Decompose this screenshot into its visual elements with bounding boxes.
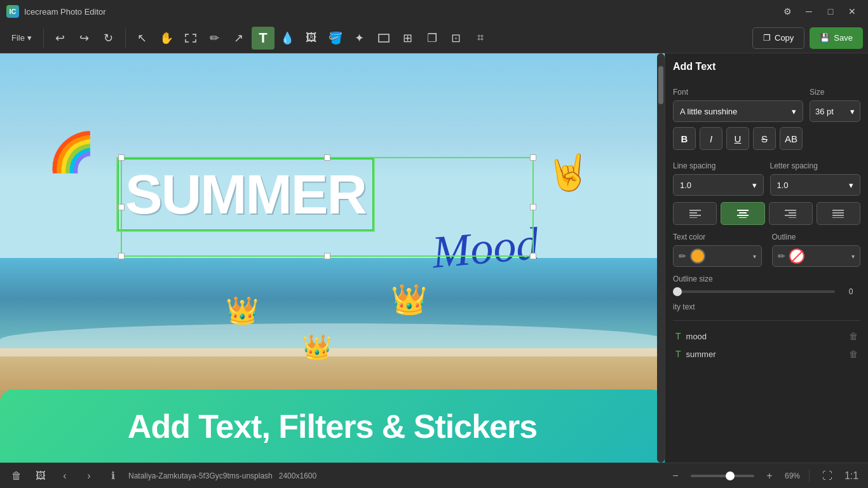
minimize-button[interactable]: ─ [799,4,818,19]
outline-label: Outline [772,233,861,241]
canvas-area[interactable]: 🌈 🤘 👑 👑 👑 SUMMER Mood [0,53,665,463]
rainbow-sticker: 🌈 [48,130,95,175]
grid-tool-button[interactable]: ⊞ [397,27,419,50]
rect-select-button[interactable] [179,27,202,50]
copy-frame-button[interactable]: ❐ [421,27,444,50]
size-label: Size [810,88,860,97]
copy-button[interactable]: ❐ Copy [752,27,804,49]
underline-button[interactable]: U [726,127,749,150]
magic-tool-button[interactable]: ✦ [348,27,371,50]
undo-button[interactable]: ↩ [49,27,72,50]
scrollbar[interactable] [657,53,665,463]
dropper-tool-button[interactable]: 💧 [276,27,299,50]
info-button[interactable]: ℹ [104,467,122,485]
image-list-button[interactable]: 🖼 [32,467,50,485]
toolbar: File ▾ ↩ ↪ ↻ ↖ ✋ ✏ ↗ T 💧 🖼 🪣 ✦ ⊞ ❐ ⊡ ⌗ ❐… [0,23,868,53]
outline-size-section: Outline size 0 [673,274,860,296]
scrollbar-thumb[interactable] [658,66,663,104]
select-tool-button[interactable]: ↖ [131,27,154,50]
text-item-mood[interactable]: T mood 🗑 [673,327,860,345]
delete-image-button[interactable]: 🗑 [8,467,25,485]
svg-rect-7 [739,217,747,218]
app-icon-text: IC [10,8,17,15]
font-arrow: ▾ [792,107,796,116]
grid-icon: ⊞ [403,31,412,45]
delete-summer-button[interactable]: 🗑 [849,349,858,359]
frame-icon [378,34,390,43]
image-icon: 🖼 [306,31,317,44]
bottom-banner: Add Text, Filters & Stickers [0,390,665,463]
zoom-thumb[interactable] [726,471,735,480]
line-spacing-col: Line spacing 1.0 ▾ [673,155,764,196]
right-panel: Add Text Font A little sunshine ▾ Size 3… [665,53,868,463]
titlebar: IC Icecream Photo Editor ⚙ ─ □ ✕ [0,0,868,23]
caps-button[interactable]: AB [780,127,803,150]
svg-rect-2 [689,215,701,216]
mood-text[interactable]: Mood [430,217,541,279]
crown-sticker-2: 👑 [391,282,427,316]
refresh-button[interactable]: ↻ [97,27,120,50]
settings-button[interactable]: ⚙ [778,4,797,19]
undo-icon: ↩ [55,31,65,45]
zoom-out-button[interactable]: − [667,467,684,485]
strikethrough-button[interactable]: S [753,127,776,150]
align-center-button[interactable] [721,202,764,225]
maximize-button[interactable]: □ [821,4,840,19]
resolution: 2400x1600 [279,471,316,480]
save-button[interactable]: 💾 Save [810,27,863,49]
text-color-label: Text color [673,233,762,241]
close-button[interactable]: ✕ [843,4,862,19]
file-menu-button[interactable]: File ▾ [5,27,38,50]
line-spacing-input[interactable]: 1.0 ▾ [673,174,764,196]
text-label-summer: summer [686,349,844,359]
bold-button[interactable]: B [673,127,696,150]
prev-image-button[interactable]: ‹ [56,467,74,485]
font-selector[interactable]: A little sunshine ▾ [673,100,803,122]
opacity-label: ity text [673,302,860,311]
zoom-slider[interactable] [691,475,754,477]
outline-size-slider[interactable] [673,290,835,293]
spacing-row: Line spacing 1.0 ▾ Letter spacing 1.0 ▾ [673,155,860,196]
size-selector[interactable]: 36 pt ▾ [810,100,860,122]
outline-size-thumb[interactable] [673,287,682,296]
align-left-button[interactable] [673,202,717,225]
align-right-button[interactable] [769,202,813,225]
letter-spacing-arrow: ▾ [849,180,853,190]
italic-button[interactable]: I [700,127,722,150]
align-left-icon [689,209,701,218]
text-color-picker[interactable]: ✏ ▾ [673,245,762,267]
align-right-icon [785,209,796,218]
image-tool-button[interactable]: 🖼 [300,27,323,50]
color-section: Text color ✏ ▾ Outline ✏ ▾ [673,233,860,267]
text-item-summer[interactable]: T summer 🗑 [673,345,860,363]
outline-picker[interactable]: ✏ ▾ [772,245,861,267]
letter-spacing-input[interactable]: 1.0 ▾ [770,174,861,196]
fill-tool-button[interactable]: 🪣 [324,27,347,50]
summer-text[interactable]: SUMMER [118,158,374,231]
zoom-in-button[interactable]: + [761,467,778,485]
arrow-tool-button[interactable]: ↗ [227,27,250,50]
svg-rect-8 [785,210,796,211]
text-icon-summer: T [675,349,681,359]
ratio-button[interactable]: 1:1 [843,467,860,485]
redo-button[interactable]: ↪ [73,27,96,50]
svg-rect-1 [689,212,697,214]
pen-tool-button[interactable]: ✏ [203,27,226,50]
svg-rect-9 [789,212,796,214]
delete-mood-button[interactable]: 🗑 [849,331,858,341]
align-justify-button[interactable] [817,202,860,225]
image-icon: 🖼 [36,470,46,482]
save-label: Save [834,33,853,43]
text-tool-button[interactable]: T [252,27,275,50]
hand-tool-button[interactable]: ✋ [155,27,178,50]
next-image-button[interactable]: › [80,467,98,485]
crop-button[interactable]: ⌗ [469,27,492,50]
fill-icon: 🪣 [329,31,342,45]
align-center-icon [737,209,749,218]
zoom-in-icon: + [766,470,772,482]
close-icon: ✕ [848,6,856,17]
fullscreen-button[interactable]: ⛶ [818,467,836,485]
canvas-background: 🌈 🤘 👑 👑 👑 SUMMER Mood [0,53,665,463]
frame-tool-button[interactable] [372,27,395,50]
transform-button[interactable]: ⊡ [445,27,468,50]
